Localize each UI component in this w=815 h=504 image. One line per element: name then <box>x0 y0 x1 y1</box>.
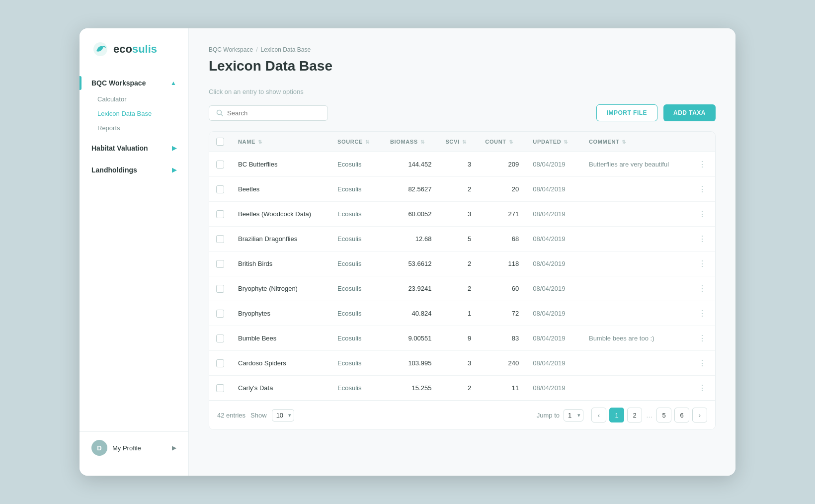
col-header-comment[interactable]: COMMENT ⇅ <box>582 132 689 152</box>
col-header-count[interactable]: COUNT ⇅ <box>478 132 526 152</box>
chevron-up-icon: ▲ <box>170 80 176 86</box>
cell-updated-5: 08/04/2019 <box>526 276 582 301</box>
table-row[interactable]: Brazilian Dragonflies Ecosulis 12.68 5 6… <box>209 227 715 252</box>
sidebar-item-lexicon[interactable]: Lexicon Data Base <box>80 106 188 121</box>
cell-source-8: Ecosulis <box>330 351 383 376</box>
col-header-biomass[interactable]: BIOMASS ⇅ <box>383 132 438 152</box>
table-row[interactable]: British Birds Ecosulis 53.6612 2 118 08/… <box>209 252 715 276</box>
cell-scvi-9: 2 <box>438 376 478 401</box>
row-checkbox-4[interactable] <box>216 260 224 268</box>
row-actions-button-2[interactable]: ⋮ <box>696 208 708 220</box>
table-row[interactable]: Beetles Ecosulis 82.5627 2 20 08/04/2019… <box>209 177 715 202</box>
table-row[interactable]: Bumble Bees Ecosulis 9.00551 9 83 08/04/… <box>209 326 715 351</box>
cell-source-3: Ecosulis <box>330 227 383 252</box>
cell-biomass-5: 23.9241 <box>383 276 438 301</box>
cell-count-3: 68 <box>478 227 526 252</box>
table-row[interactable]: BC Butterflies Ecosulis 144.452 3 209 08… <box>209 152 715 177</box>
page-next-button[interactable]: › <box>692 408 707 422</box>
cell-scvi-1: 2 <box>438 177 478 202</box>
row-checkbox-6[interactable] <box>216 310 224 318</box>
page-5-button[interactable]: 5 <box>656 408 671 422</box>
cell-biomass-3: 12.68 <box>383 227 438 252</box>
nav-section-land: Landholdings ▶ <box>80 161 188 183</box>
table-row[interactable]: Carly's Data Ecosulis 15.255 2 11 08/04/… <box>209 376 715 401</box>
row-checkbox-9[interactable] <box>216 384 224 392</box>
row-actions-button-4[interactable]: ⋮ <box>696 258 708 269</box>
hint-text: Click on an entry to show options <box>209 88 716 95</box>
cell-count-6: 72 <box>478 301 526 326</box>
row-actions-button-1[interactable]: ⋮ <box>696 183 708 195</box>
cell-count-1: 20 <box>478 177 526 202</box>
table-row[interactable]: Beetles (Woodcock Data) Ecosulis 60.0052… <box>209 202 715 227</box>
row-actions-button-8[interactable]: ⋮ <box>696 357 708 369</box>
row-checkbox-1[interactable] <box>216 185 224 193</box>
pagination-bar: 42 entries Show 10 25 50 Jump to <box>209 400 715 429</box>
row-actions-button-0[interactable]: ⋮ <box>696 159 708 170</box>
cell-biomass-8: 103.995 <box>383 351 438 376</box>
profile-name[interactable]: My Profile <box>112 444 141 452</box>
row-checkbox-0[interactable] <box>216 161 224 168</box>
search-icon <box>216 109 223 116</box>
page-prev-button[interactable]: ‹ <box>591 408 606 422</box>
cell-comment-5 <box>582 276 689 301</box>
page-2-button[interactable]: 2 <box>627 408 642 422</box>
sidebar-item-bqc-workspace[interactable]: BQC Workspace ▲ <box>80 74 188 92</box>
cell-source-4: Ecosulis <box>330 252 383 276</box>
cell-updated-0: 08/04/2019 <box>526 152 582 177</box>
search-box[interactable] <box>209 105 328 121</box>
cell-name-7: Bumble Bees <box>231 326 330 351</box>
svg-line-2 <box>221 114 223 116</box>
show-select[interactable]: 10 25 50 <box>272 409 294 421</box>
table-row[interactable]: Bryophyte (Nitrogen) Ecosulis 23.9241 2 … <box>209 276 715 301</box>
logo-text: ecosulis <box>113 43 157 56</box>
col-header-updated[interactable]: UPDATED ⇅ <box>526 132 582 152</box>
cell-scvi-8: 3 <box>438 351 478 376</box>
page-6-button[interactable]: 6 <box>674 408 689 422</box>
row-checkbox-8[interactable] <box>216 359 224 367</box>
cell-name-8: Cardoso Spiders <box>231 351 330 376</box>
add-taxa-button[interactable]: ADD TAXA <box>663 104 716 121</box>
col-header-scvi[interactable]: SCVI ⇅ <box>438 132 478 152</box>
cell-count-7: 83 <box>478 326 526 351</box>
jump-select[interactable]: 1 2 3 4 5 6 <box>564 409 583 421</box>
cell-name-9: Carly's Data <box>231 376 330 401</box>
col-header-source[interactable]: SOURCE ⇅ <box>330 132 383 152</box>
sidebar-item-reports[interactable]: Reports <box>80 121 188 135</box>
jump-to-label: Jump to <box>537 412 560 419</box>
table-row[interactable]: Cardoso Spiders Ecosulis 103.995 3 240 0… <box>209 351 715 376</box>
sort-comment-icon: ⇅ <box>622 139 626 145</box>
cell-biomass-1: 82.5627 <box>383 177 438 202</box>
show-label: Show <box>250 412 267 419</box>
row-checkbox-3[interactable] <box>216 235 224 243</box>
cell-name-4: British Birds <box>231 252 330 276</box>
page-1-button[interactable]: 1 <box>609 408 624 422</box>
row-actions-button-5[interactable]: ⋮ <box>696 283 708 294</box>
row-checkbox-7[interactable] <box>216 335 224 342</box>
row-actions-button-3[interactable]: ⋮ <box>696 233 708 245</box>
row-checkbox-5[interactable] <box>216 285 224 293</box>
row-checkbox-2[interactable] <box>216 210 224 218</box>
sidebar-item-landholdings[interactable]: Landholdings ▶ <box>80 161 188 179</box>
toolbar: IMPORT FILE ADD TAXA <box>209 104 716 121</box>
search-input[interactable] <box>227 109 321 117</box>
cell-scvi-7: 9 <box>438 326 478 351</box>
row-actions-button-9[interactable]: ⋮ <box>696 382 708 394</box>
cell-biomass-9: 15.255 <box>383 376 438 401</box>
logo: ecosulis <box>80 40 188 74</box>
row-actions-button-6[interactable]: ⋮ <box>696 308 708 319</box>
col-header-name[interactable]: NAME ⇅ <box>231 132 330 152</box>
breadcrumb: BQC Workspace / Lexicon Data Base <box>209 46 716 53</box>
main-content: BQC Workspace / Lexicon Data Base Lexico… <box>189 28 735 476</box>
import-file-button[interactable]: IMPORT FILE <box>596 104 657 121</box>
table-row[interactable]: Bryophytes Ecosulis 40.824 1 72 08/04/20… <box>209 301 715 326</box>
sidebar-item-habitat-valuation[interactable]: Habitat Valuation ▶ <box>80 139 188 157</box>
data-table: NAME ⇅ SOURCE ⇅ BIOMASS <box>209 131 716 430</box>
cell-comment-2 <box>582 202 689 227</box>
select-all-checkbox[interactable] <box>216 138 224 146</box>
sidebar-item-calculator[interactable]: Calculator <box>80 92 188 106</box>
cell-source-9: Ecosulis <box>330 376 383 401</box>
cell-scvi-0: 3 <box>438 152 478 177</box>
breadcrumb-workspace[interactable]: BQC Workspace <box>209 46 253 53</box>
cell-source-2: Ecosulis <box>330 202 383 227</box>
row-actions-button-7[interactable]: ⋮ <box>696 333 708 344</box>
